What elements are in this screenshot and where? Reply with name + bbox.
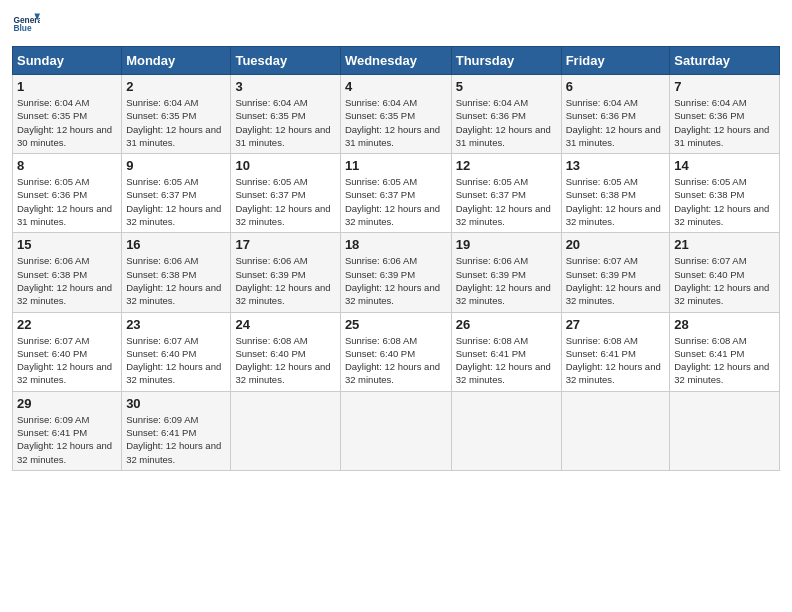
- day-number: 29: [17, 396, 117, 411]
- calendar-week-2: 8 Sunrise: 6:05 AMSunset: 6:36 PMDayligh…: [13, 154, 780, 233]
- day-info: Sunrise: 6:09 AMSunset: 6:41 PMDaylight:…: [126, 414, 221, 465]
- day-cell-24: 24 Sunrise: 6:08 AMSunset: 6:40 PMDaylig…: [231, 312, 340, 391]
- day-number: 7: [674, 79, 775, 94]
- day-cell-19: 19 Sunrise: 6:06 AMSunset: 6:39 PMDaylig…: [451, 233, 561, 312]
- day-cell-7: 7 Sunrise: 6:04 AMSunset: 6:36 PMDayligh…: [670, 75, 780, 154]
- day-cell-14: 14 Sunrise: 6:05 AMSunset: 6:38 PMDaylig…: [670, 154, 780, 233]
- day-info: Sunrise: 6:06 AMSunset: 6:39 PMDaylight:…: [456, 255, 551, 306]
- day-info: Sunrise: 6:04 AMSunset: 6:36 PMDaylight:…: [566, 97, 661, 148]
- day-number: 19: [456, 237, 557, 252]
- day-info: Sunrise: 6:07 AMSunset: 6:40 PMDaylight:…: [17, 335, 112, 386]
- day-number: 8: [17, 158, 117, 173]
- day-info: Sunrise: 6:04 AMSunset: 6:35 PMDaylight:…: [126, 97, 221, 148]
- day-info: Sunrise: 6:05 AMSunset: 6:38 PMDaylight:…: [674, 176, 769, 227]
- day-number: 24: [235, 317, 335, 332]
- calendar-week-4: 22 Sunrise: 6:07 AMSunset: 6:40 PMDaylig…: [13, 312, 780, 391]
- day-number: 22: [17, 317, 117, 332]
- day-header-tuesday: Tuesday: [231, 47, 340, 75]
- svg-text:Blue: Blue: [13, 23, 31, 33]
- day-number: 20: [566, 237, 666, 252]
- day-info: Sunrise: 6:04 AMSunset: 6:35 PMDaylight:…: [345, 97, 440, 148]
- day-info: Sunrise: 6:07 AMSunset: 6:40 PMDaylight:…: [126, 335, 221, 386]
- day-info: Sunrise: 6:08 AMSunset: 6:40 PMDaylight:…: [235, 335, 330, 386]
- day-number: 17: [235, 237, 335, 252]
- day-cell-3: 3 Sunrise: 6:04 AMSunset: 6:35 PMDayligh…: [231, 75, 340, 154]
- day-info: Sunrise: 6:09 AMSunset: 6:41 PMDaylight:…: [17, 414, 112, 465]
- calendar-body: 1 Sunrise: 6:04 AMSunset: 6:35 PMDayligh…: [13, 75, 780, 471]
- day-info: Sunrise: 6:05 AMSunset: 6:37 PMDaylight:…: [126, 176, 221, 227]
- day-info: Sunrise: 6:06 AMSunset: 6:39 PMDaylight:…: [345, 255, 440, 306]
- day-number: 10: [235, 158, 335, 173]
- day-cell-21: 21 Sunrise: 6:07 AMSunset: 6:40 PMDaylig…: [670, 233, 780, 312]
- day-number: 9: [126, 158, 226, 173]
- day-number: 21: [674, 237, 775, 252]
- day-number: 6: [566, 79, 666, 94]
- day-cell-17: 17 Sunrise: 6:06 AMSunset: 6:39 PMDaylig…: [231, 233, 340, 312]
- day-number: 5: [456, 79, 557, 94]
- day-info: Sunrise: 6:05 AMSunset: 6:38 PMDaylight:…: [566, 176, 661, 227]
- day-cell-25: 25 Sunrise: 6:08 AMSunset: 6:40 PMDaylig…: [340, 312, 451, 391]
- day-number: 12: [456, 158, 557, 173]
- day-info: Sunrise: 6:04 AMSunset: 6:36 PMDaylight:…: [674, 97, 769, 148]
- logo-icon: General Blue: [12, 10, 40, 38]
- day-number: 4: [345, 79, 447, 94]
- calendar-week-1: 1 Sunrise: 6:04 AMSunset: 6:35 PMDayligh…: [13, 75, 780, 154]
- day-info: Sunrise: 6:04 AMSunset: 6:35 PMDaylight:…: [17, 97, 112, 148]
- day-number: 11: [345, 158, 447, 173]
- day-cell-30: 30 Sunrise: 6:09 AMSunset: 6:41 PMDaylig…: [122, 391, 231, 470]
- day-cell-5: 5 Sunrise: 6:04 AMSunset: 6:36 PMDayligh…: [451, 75, 561, 154]
- day-cell-2: 2 Sunrise: 6:04 AMSunset: 6:35 PMDayligh…: [122, 75, 231, 154]
- day-number: 3: [235, 79, 335, 94]
- day-info: Sunrise: 6:04 AMSunset: 6:36 PMDaylight:…: [456, 97, 551, 148]
- main-container: General Blue SundayMondayTuesdayWednesda…: [0, 0, 792, 481]
- day-number: 16: [126, 237, 226, 252]
- day-info: Sunrise: 6:08 AMSunset: 6:41 PMDaylight:…: [566, 335, 661, 386]
- day-cell-15: 15 Sunrise: 6:06 AMSunset: 6:38 PMDaylig…: [13, 233, 122, 312]
- day-info: Sunrise: 6:04 AMSunset: 6:35 PMDaylight:…: [235, 97, 330, 148]
- day-cell-18: 18 Sunrise: 6:06 AMSunset: 6:39 PMDaylig…: [340, 233, 451, 312]
- day-cell-4: 4 Sunrise: 6:04 AMSunset: 6:35 PMDayligh…: [340, 75, 451, 154]
- empty-cell: [670, 391, 780, 470]
- day-cell-27: 27 Sunrise: 6:08 AMSunset: 6:41 PMDaylig…: [561, 312, 670, 391]
- day-header-friday: Friday: [561, 47, 670, 75]
- day-cell-12: 12 Sunrise: 6:05 AMSunset: 6:37 PMDaylig…: [451, 154, 561, 233]
- day-info: Sunrise: 6:06 AMSunset: 6:38 PMDaylight:…: [126, 255, 221, 306]
- day-cell-9: 9 Sunrise: 6:05 AMSunset: 6:37 PMDayligh…: [122, 154, 231, 233]
- logo: General Blue: [12, 10, 44, 38]
- page-header: General Blue: [12, 10, 780, 38]
- day-cell-20: 20 Sunrise: 6:07 AMSunset: 6:39 PMDaylig…: [561, 233, 670, 312]
- day-number: 27: [566, 317, 666, 332]
- day-info: Sunrise: 6:07 AMSunset: 6:40 PMDaylight:…: [674, 255, 769, 306]
- day-cell-28: 28 Sunrise: 6:08 AMSunset: 6:41 PMDaylig…: [670, 312, 780, 391]
- day-number: 25: [345, 317, 447, 332]
- day-cell-6: 6 Sunrise: 6:04 AMSunset: 6:36 PMDayligh…: [561, 75, 670, 154]
- calendar-table: SundayMondayTuesdayWednesdayThursdayFrid…: [12, 46, 780, 471]
- day-number: 1: [17, 79, 117, 94]
- day-number: 2: [126, 79, 226, 94]
- calendar-week-3: 15 Sunrise: 6:06 AMSunset: 6:38 PMDaylig…: [13, 233, 780, 312]
- day-info: Sunrise: 6:07 AMSunset: 6:39 PMDaylight:…: [566, 255, 661, 306]
- day-cell-1: 1 Sunrise: 6:04 AMSunset: 6:35 PMDayligh…: [13, 75, 122, 154]
- calendar-header-row: SundayMondayTuesdayWednesdayThursdayFrid…: [13, 47, 780, 75]
- day-info: Sunrise: 6:06 AMSunset: 6:38 PMDaylight:…: [17, 255, 112, 306]
- day-info: Sunrise: 6:08 AMSunset: 6:41 PMDaylight:…: [456, 335, 551, 386]
- day-number: 30: [126, 396, 226, 411]
- day-cell-8: 8 Sunrise: 6:05 AMSunset: 6:36 PMDayligh…: [13, 154, 122, 233]
- day-info: Sunrise: 6:05 AMSunset: 6:37 PMDaylight:…: [456, 176, 551, 227]
- day-number: 26: [456, 317, 557, 332]
- day-cell-23: 23 Sunrise: 6:07 AMSunset: 6:40 PMDaylig…: [122, 312, 231, 391]
- day-number: 23: [126, 317, 226, 332]
- day-cell-11: 11 Sunrise: 6:05 AMSunset: 6:37 PMDaylig…: [340, 154, 451, 233]
- day-header-thursday: Thursday: [451, 47, 561, 75]
- empty-cell: [561, 391, 670, 470]
- day-info: Sunrise: 6:08 AMSunset: 6:41 PMDaylight:…: [674, 335, 769, 386]
- day-info: Sunrise: 6:06 AMSunset: 6:39 PMDaylight:…: [235, 255, 330, 306]
- day-info: Sunrise: 6:08 AMSunset: 6:40 PMDaylight:…: [345, 335, 440, 386]
- day-number: 28: [674, 317, 775, 332]
- day-header-saturday: Saturday: [670, 47, 780, 75]
- calendar-week-5: 29 Sunrise: 6:09 AMSunset: 6:41 PMDaylig…: [13, 391, 780, 470]
- day-number: 15: [17, 237, 117, 252]
- day-cell-16: 16 Sunrise: 6:06 AMSunset: 6:38 PMDaylig…: [122, 233, 231, 312]
- empty-cell: [451, 391, 561, 470]
- day-cell-13: 13 Sunrise: 6:05 AMSunset: 6:38 PMDaylig…: [561, 154, 670, 233]
